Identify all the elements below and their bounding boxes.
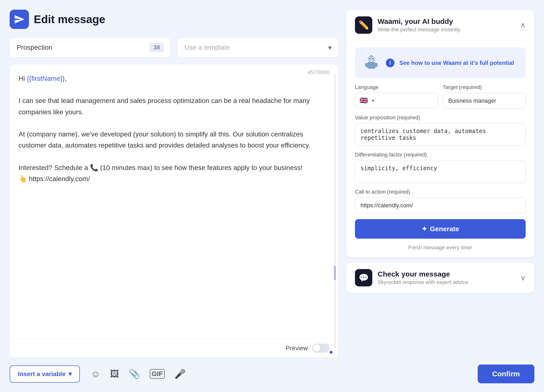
svg-rect-1 — [367, 62, 376, 69]
controls-row: Prospection 38 Use a template ▾ — [10, 38, 339, 57]
call-to-action-input[interactable] — [355, 197, 526, 213]
generate-button[interactable]: ✦ Generate — [355, 219, 526, 239]
message-line-3: At (company name), we've developed (your… — [19, 129, 328, 151]
paperclip-icon[interactable]: 📎 — [129, 369, 140, 379]
language-chevron-icon: ▾ — [372, 98, 374, 103]
svg-point-4 — [369, 58, 370, 59]
confirm-button[interactable]: Confirm — [478, 365, 534, 383]
firstname-variable: {{firstName}} — [27, 75, 65, 82]
insert-variable-chevron-icon: ▾ — [68, 370, 72, 378]
check-title: Check your message — [378, 270, 468, 278]
message-content[interactable]: Hi {{firstName}}, I can see that lead ma… — [10, 64, 338, 338]
ai-icon: ✏️ — [355, 16, 372, 34]
page-title: Edit message — [34, 13, 105, 26]
app-icon — [10, 10, 29, 29]
toggle-knob — [313, 345, 320, 352]
svg-point-5 — [373, 58, 374, 59]
scrollbar-dot — [330, 351, 333, 354]
check-panel-header[interactable]: 💬 Check your message Skyrocket response … — [346, 262, 534, 293]
ai-panel-titles: Waami, your AI buddy Write the perfect m… — [378, 17, 460, 33]
preview-label: Preview — [286, 345, 308, 352]
promo-text: See how to use Waami at it's full potent… — [399, 59, 514, 67]
chevron-down-icon: ▾ — [328, 44, 332, 52]
check-message-icon: 💬 — [359, 273, 369, 283]
svg-rect-6 — [370, 61, 373, 61]
scrollbar-track[interactable] — [334, 74, 336, 348]
call-to-action-field-group: Call to action (required) — [355, 189, 526, 213]
ai-panel-body: i See how to use Waami at it's full pote… — [346, 41, 534, 257]
differentiating-factor-label: Differentiating factor (required) — [355, 152, 526, 158]
paper-plane-icon — [14, 14, 25, 25]
ai-panel-header: ✏️ Waami, your AI buddy Write the perfec… — [346, 10, 534, 41]
ai-title: Waami, your AI buddy — [378, 17, 460, 26]
value-proposition-field-group: Value proposition (required) centralizes… — [355, 115, 526, 146]
check-panel: 💬 Check your message Skyrocket response … — [346, 262, 534, 293]
target-field-group: Target (required) — [443, 84, 526, 109]
bottom-toolbar: Insert a variable ▾ ☺ 🖼 📎 GIF 🎤 Confirm — [0, 358, 544, 392]
info-icon: i — [386, 59, 394, 67]
flag-icon: 🇬🇧 — [360, 96, 368, 104]
differentiating-factor-field-group: Differentiating factor (required) simpli… — [355, 152, 526, 183]
check-panel-titles: Check your message Skyrocket response wi… — [378, 270, 468, 285]
value-proposition-label: Value proposition (required) — [355, 115, 526, 121]
generate-star-icon: ✦ — [422, 225, 427, 233]
language-field-group: Language 🇬🇧 ▾ — [355, 84, 438, 109]
svg-rect-7 — [365, 63, 367, 67]
template-selector[interactable]: Use a template ▾ — [177, 38, 339, 57]
ai-collapse-button[interactable]: ∧ — [520, 20, 526, 30]
svg-rect-8 — [376, 63, 378, 67]
message-type-badge: 38 — [150, 43, 164, 52]
generate-hint: Fresh message every time! — [355, 244, 526, 251]
page-header: Edit message — [10, 10, 339, 29]
ai-icon-symbol: ✏️ — [358, 20, 369, 30]
check-icon-wrap: 💬 — [355, 269, 372, 286]
template-selector-label: Use a template — [184, 44, 230, 51]
insert-variable-label: Insert a variable — [18, 370, 66, 378]
value-proposition-input[interactable]: centralizes customer data, automates rep… — [355, 123, 526, 146]
preview-row: Preview — [10, 338, 338, 358]
char-count: 457/8000 — [307, 69, 330, 75]
target-input[interactable] — [443, 93, 526, 109]
message-type-selector[interactable]: Prospection 38 — [10, 38, 171, 57]
message-line-1: Hi {{firstName}}, — [19, 73, 328, 84]
check-panel-header-left: 💬 Check your message Skyrocket response … — [355, 269, 468, 286]
message-line-2: I can see that lead management and sales… — [19, 95, 328, 117]
language-target-row: Language 🇬🇧 ▾ Target (required) — [355, 84, 526, 109]
ai-panel-header-left: ✏️ Waami, your AI buddy Write the perfec… — [355, 16, 460, 34]
robot-svg — [362, 53, 381, 73]
target-label: Target (required) — [443, 84, 526, 90]
microphone-icon[interactable]: 🎤 — [174, 369, 186, 379]
message-line-4: Interested? Schedule a 📞 (10 minutes max… — [19, 162, 328, 173]
toolbar-icons: ☺ 🖼 📎 GIF 🎤 — [91, 369, 186, 379]
check-panel-expand-button[interactable]: ∨ — [520, 273, 526, 282]
left-panel: Edit message Prospection 38 Use a templa… — [10, 10, 339, 358]
ai-subtitle: Write the perfect message instantly — [378, 27, 460, 33]
right-panel: ✏️ Waami, your AI buddy Write the perfec… — [346, 10, 534, 358]
message-editor: 457/8000 Hi {{firstName}}, I can see tha… — [10, 64, 339, 358]
ai-panel: ✏️ Waami, your AI buddy Write the perfec… — [346, 10, 534, 257]
call-to-action-label: Call to action (required) — [355, 189, 526, 195]
generate-label: Generate — [430, 225, 459, 233]
language-selector[interactable]: 🇬🇧 ▾ — [355, 93, 438, 108]
check-subtitle: Skyrocket response with expert advice — [378, 279, 468, 285]
waami-promo[interactable]: i See how to use Waami at it's full pote… — [355, 47, 526, 78]
differentiating-factor-input[interactable]: simplicity, efficiency — [355, 160, 526, 183]
image-icon[interactable]: 🖼 — [110, 369, 119, 379]
insert-variable-button[interactable]: Insert a variable ▾ — [10, 365, 80, 383]
language-label: Language — [355, 84, 438, 90]
message-line-5: 👆 https://calendly.com/ — [19, 173, 328, 184]
preview-toggle[interactable] — [312, 344, 330, 353]
gif-icon[interactable]: GIF — [150, 369, 165, 379]
emoji-icon[interactable]: ☺ — [91, 369, 100, 379]
waami-robot-icon — [362, 53, 381, 73]
message-type-label: Prospection — [17, 44, 52, 51]
scrollbar-thumb[interactable] — [334, 266, 336, 280]
